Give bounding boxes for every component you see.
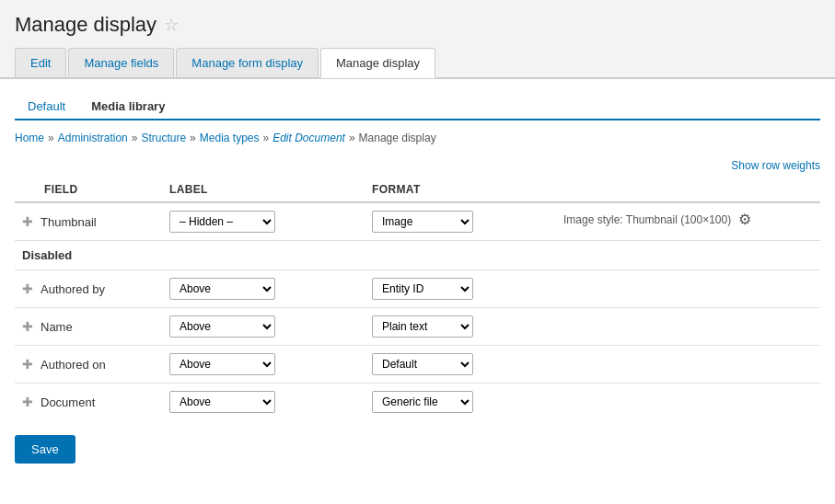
drag-handle-icon[interactable]: ✚ [22,214,37,229]
breadcrumb-sep: » [48,132,54,144]
fields-table: FIELD LABEL FORMAT ✚Thumbnail– Hidden –A… [15,178,820,420]
table-row: ✚DocumentAboveInlineHiddenVisually hidde… [15,384,820,421]
drag-handle-icon[interactable]: ✚ [22,395,37,409]
label-cell: – Hidden –AboveInlineVisually hidden [162,202,365,241]
col-label-header: LABEL [162,178,365,202]
breadcrumb-current: Manage display [359,132,436,144]
drag-handle-icon[interactable]: ✚ [22,319,37,334]
label-select-authored-by[interactable]: AboveInlineHiddenVisually hidden [169,278,275,300]
format-select-thumbnail[interactable]: ImageURL to imageHidden [372,211,473,233]
format-cell: Entity IDLabelHidden [365,270,549,308]
table-header-row: FIELD LABEL FORMAT [15,178,820,202]
label-cell: AboveInlineHiddenVisually hidden [162,346,365,384]
extra-cell [549,384,820,398]
label-cell: AboveInlineHiddenVisually hidden [162,308,365,346]
table-row: ✚Authored byAboveInlineHiddenVisually hi… [15,270,820,308]
tab-manage-fields[interactable]: Manage fields [68,48,174,77]
label-select-thumbnail[interactable]: – Hidden –AboveInlineVisually hidden [169,211,275,233]
breadcrumb-link[interactable]: Structure [141,132,186,144]
format-cell: Generic fileURL to fileHidden [365,384,549,421]
image-style-text: Image style: Thumbnail (100×100) [563,213,731,226]
page-header: Manage display ☆ EditManage fieldsManage… [0,0,835,78]
format-select-document[interactable]: Generic fileURL to fileHidden [372,391,473,413]
field-cell: ✚Name [15,308,162,346]
breadcrumb-link[interactable]: Home [15,132,44,144]
disabled-header-row: Disabled [15,241,820,270]
field-cell: ✚Authored by [15,270,162,308]
format-cell: Plain textHidden [365,308,549,346]
tab-manage-form-display[interactable]: Manage form display [176,48,319,77]
breadcrumb-sep: » [132,132,138,144]
table-row: ✚Authored onAboveInlineHiddenVisually hi… [15,346,820,384]
col-field-header: FIELD [15,178,162,202]
secondary-tabs: DefaultMedia library [15,94,820,120]
field-cell: ✚Document [15,384,162,421]
breadcrumb-link[interactable]: Edit Document [273,132,345,144]
field-name-label: Authored by [41,282,105,296]
col-format-header: FORMAT [365,178,549,202]
label-cell: AboveInlineHiddenVisually hidden [162,384,365,421]
drag-handle-icon[interactable]: ✚ [22,357,37,372]
primary-tabs: EditManage fieldsManage form displayMana… [15,48,820,77]
page-title-text: Manage display [15,13,157,37]
tab-manage-display[interactable]: Manage display [320,48,435,78]
page-title: Manage display ☆ [15,13,820,37]
bookmark-icon[interactable]: ☆ [164,15,179,35]
show-row-weights-container: Show row weights [15,159,820,172]
format-select-authored-by[interactable]: Entity IDLabelHidden [372,278,473,300]
field-name-label: Thumbnail [41,215,97,229]
label-select-authored-on[interactable]: AboveInlineHiddenVisually hidden [169,353,275,375]
content-area: DefaultMedia library Home»Administration… [0,78,835,478]
extra-cell [549,308,820,323]
breadcrumb-sep: » [349,132,355,144]
breadcrumb: Home»Administration»Structure»Media type… [15,132,820,144]
format-select-name[interactable]: Plain textHidden [372,315,473,338]
save-button[interactable]: Save [15,435,75,464]
format-select-authored-on[interactable]: DefaultPlain textHidden [372,353,473,375]
extra-cell [549,270,820,285]
label-cell: AboveInlineHiddenVisually hidden [162,270,365,308]
extra-cell [549,346,820,361]
table-body: ✚Thumbnail– Hidden –AboveInlineVisually … [15,202,820,420]
label-select-document[interactable]: AboveInlineHiddenVisually hidden [169,391,275,413]
breadcrumb-sep: » [263,132,270,144]
page-wrapper: Manage display ☆ EditManage fieldsManage… [0,0,835,504]
format-cell: ImageURL to imageHidden [365,202,549,241]
extra-cell: Image style: Thumbnail (100×100)⚙ [549,203,820,235]
col-extra-header [549,178,820,202]
format-cell: DefaultPlain textHidden [365,346,549,384]
breadcrumb-link[interactable]: Media types [200,132,260,144]
field-name-label: Authored on [41,358,106,372]
breadcrumb-sep: » [190,132,196,144]
field-cell: ✚Authored on [15,346,162,384]
field-name-label: Name [41,320,73,334]
drag-handle-icon[interactable]: ✚ [22,281,37,296]
gear-icon[interactable]: ⚙ [738,211,751,228]
tab-edit[interactable]: Edit [15,48,66,77]
tab-secondary-default[interactable]: Default [15,94,78,120]
tab-secondary-media-library[interactable]: Media library [78,94,178,120]
field-name-label: Document [41,395,95,409]
breadcrumb-link[interactable]: Administration [58,132,128,144]
label-select-name[interactable]: AboveInlineHiddenVisually hidden [169,315,275,338]
table-row: ✚Thumbnail– Hidden –AboveInlineVisually … [15,202,820,241]
show-row-weights-link[interactable]: Show row weights [731,159,820,172]
field-cell: ✚Thumbnail [15,202,162,241]
table-row: ✚NameAboveInlineHiddenVisually hiddenPla… [15,308,820,346]
disabled-section-label: Disabled [15,241,820,270]
